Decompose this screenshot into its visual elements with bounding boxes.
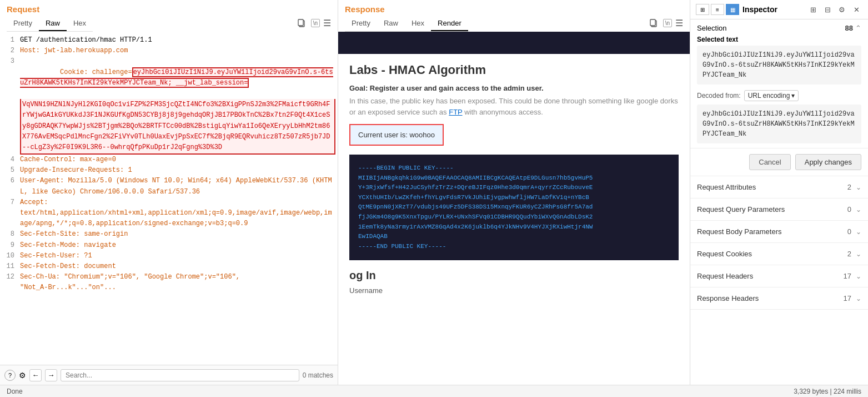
- selection-count: 88: [845, 24, 853, 32]
- ftp-link[interactable]: FTP: [449, 108, 462, 116]
- section-label-4: Request Headers: [697, 272, 753, 280]
- search-input[interactable]: [61, 369, 299, 381]
- section-label-1: Request Query Parameters: [697, 205, 785, 214]
- code-line-4-cont: VqVNN19HZNlNJyHl2KGI0qOc1viFZP%2FM3SjcQZ…: [0, 99, 338, 155]
- menu-icon[interactable]: ☰: [323, 18, 331, 28]
- dark-navigation: [338, 32, 690, 54]
- chevron-icon-5: ⌄: [856, 295, 861, 302]
- inspector-title: Inspector: [742, 5, 804, 14]
- response-tabs: Pretty Raw Hex Render: [345, 16, 468, 32]
- request-title: Request: [7, 4, 331, 14]
- inspector-sections: Request Attributes 2 ⌄ Request Query Par…: [690, 176, 868, 310]
- tab-response-hex[interactable]: Hex: [405, 16, 431, 31]
- tab-response-raw[interactable]: Raw: [377, 16, 405, 31]
- view-icon-detail[interactable]: ▦: [726, 4, 739, 15]
- response-title: Response: [345, 4, 683, 14]
- tab-raw[interactable]: Raw: [39, 16, 67, 31]
- nav-challenges[interactable]: [338, 32, 690, 43]
- code-line-8-cont: text/html,application/xhtml+xml,applicat…: [0, 208, 338, 229]
- public-key-content: -----BEGIN PUBLIC KEY----- MIIBIjANBgkqh…: [358, 163, 670, 251]
- section-request-attributes: Request Attributes 2 ⌄: [690, 176, 868, 198]
- inspector-header: ⊞ ≡ ▦ Inspector ⊞ ⊟ ⚙ ✕: [690, 0, 868, 19]
- selection-chevron-icon[interactable]: ⌃: [855, 24, 861, 32]
- copy-icon[interactable]: [295, 17, 308, 29]
- inspector-settings-icon[interactable]: ⚙: [836, 3, 848, 16]
- tab-response-render[interactable]: Render: [431, 16, 468, 31]
- request-code: 1 GET /authentication/hmac HTTP/1.1 2 Ho…: [0, 32, 338, 365]
- view-icon-grid[interactable]: ⊞: [696, 4, 709, 15]
- code-line-8: 7 Accept:: [0, 197, 338, 208]
- decoded-label: Decoded from:: [697, 92, 741, 100]
- section-label-5: Response Headers: [697, 294, 759, 302]
- section-row-cookies[interactable]: Request Cookies 2 ⌄: [697, 247, 861, 260]
- nav-users[interactable]: [338, 43, 690, 54]
- selection-label: Selection: [697, 24, 726, 32]
- decoded-row: Decoded from: URL encoding ▾: [697, 90, 861, 101]
- code-line-3: 3 Cookie: challenge=eyJhbGci0iJIUzI1NiJ9…: [0, 56, 338, 99]
- decoded-type-selector[interactable]: URL encoding ▾: [744, 90, 799, 101]
- status-done: Done: [7, 388, 23, 395]
- help-icon[interactable]: ?: [4, 370, 16, 381]
- section-count-3: 2: [847, 250, 851, 258]
- inspector-close-icon[interactable]: ✕: [850, 3, 862, 16]
- render-body: Labs - HMAC Algorithm Goal: Register a u…: [338, 54, 690, 304]
- code-line-5: 4 Cache-Control: max-age=0: [0, 155, 338, 165]
- chevron-down-icon: ▾: [791, 92, 795, 100]
- matches-label: 0 matches: [303, 371, 333, 379]
- status-bytes: 3,329 bytes | 224 millis: [794, 388, 861, 395]
- code-line-12: 11 Sec-Fetch-Dest: document: [0, 261, 338, 272]
- ln-icon[interactable]: \n: [311, 19, 320, 27]
- tab-response-pretty[interactable]: Pretty: [345, 16, 377, 31]
- section-count-5: 17: [844, 294, 851, 302]
- apply-changes-button[interactable]: Apply changes: [795, 154, 861, 170]
- inspector-icon-1[interactable]: ⊞: [807, 3, 819, 16]
- response-ln-icon[interactable]: \n: [663, 19, 672, 27]
- selected-text-container: Selected text eyJhbGciOiJIUzI1NiJ9.eyJuY…: [697, 36, 861, 85]
- tab-pretty[interactable]: Pretty: [7, 16, 39, 31]
- tab-hex[interactable]: Hex: [67, 16, 93, 31]
- response-menu-icon[interactable]: ☰: [675, 18, 683, 28]
- code-line-2: 2 Host: jwt-lab.herokuapp.com: [0, 46, 338, 56]
- response-copy-icon[interactable]: [648, 17, 660, 29]
- inspector-top-icons: ⊞ ⊟ ⚙ ✕: [807, 3, 862, 16]
- selection-header: Selection 88 ⌃: [697, 24, 861, 32]
- section-label-2: Request Body Parameters: [697, 227, 781, 236]
- chevron-icon-1: ⌄: [856, 206, 861, 214]
- public-key-box: -----BEGIN PUBLIC KEY----- MIIBIjANBgkqh…: [349, 155, 679, 260]
- status-bar: Done 3,329 bytes | 224 millis: [0, 385, 868, 397]
- section-count-4: 17: [844, 272, 851, 280]
- request-panel: Request Pretty Raw Hex \n ☰ 1: [0, 0, 338, 385]
- code-line-11: 10 Sec-Fetch-User: ?1: [0, 251, 338, 261]
- cancel-button[interactable]: Cancel: [749, 154, 790, 170]
- response-panel: Response Pretty Raw Hex Render \n ☰: [338, 0, 690, 385]
- section-row-res-headers[interactable]: Response Headers 17 ⌄: [697, 292, 861, 305]
- selection-section: Selection 88 ⌃ Selected text eyJhbGciOiJ…: [690, 19, 868, 148]
- prev-match-button[interactable]: ←: [29, 369, 42, 381]
- chevron-icon-3: ⌄: [856, 250, 861, 258]
- view-toggle-icons: ⊞ ≡ ▦: [696, 4, 739, 15]
- inspector-icon-2[interactable]: ⊟: [821, 3, 834, 16]
- svg-rect-1: [298, 19, 303, 26]
- section-row-attributes[interactable]: Request Attributes 2 ⌄: [697, 181, 861, 193]
- request-bottom-bar: ? ⚙ ← → 0 matches: [0, 365, 338, 385]
- response-header: Response Pretty Raw Hex Render \n ☰: [338, 0, 690, 32]
- svg-rect-3: [650, 19, 655, 26]
- inspector-body: Selection 88 ⌃ Selected text eyJhbGciOiJ…: [690, 19, 868, 385]
- settings-icon[interactable]: ⚙: [19, 371, 26, 380]
- section-body-params: Request Body Parameters 0 ⌄: [690, 221, 868, 243]
- render-goal-text: Goal: Register a user and gain access to…: [349, 84, 544, 92]
- section-label-3: Request Cookies: [697, 250, 752, 258]
- next-match-button[interactable]: →: [45, 369, 57, 381]
- current-user-box: Current user is: woohoo: [349, 124, 444, 146]
- section-row-body[interactable]: Request Body Parameters 0 ⌄: [697, 225, 861, 238]
- chevron-icon-2: ⌄: [856, 228, 861, 236]
- inspector-panel: ⊞ ≡ ▦ Inspector ⊞ ⊟ ⚙ ✕ Selection 88 ⌃: [690, 0, 868, 385]
- render-title: Labs - HMAC Algorithm: [349, 63, 679, 77]
- request-header: Request Pretty Raw Hex \n ☰: [0, 0, 338, 32]
- section-row-query[interactable]: Request Query Parameters 0 ⌄: [697, 203, 861, 216]
- render-goal: Goal: Register a user and gain access to…: [349, 84, 679, 92]
- view-icon-list[interactable]: ≡: [711, 4, 724, 15]
- action-buttons: Cancel Apply changes: [690, 148, 868, 176]
- section-row-req-headers[interactable]: Request Headers 17 ⌄: [697, 270, 861, 282]
- chevron-icon-4: ⌄: [856, 272, 861, 280]
